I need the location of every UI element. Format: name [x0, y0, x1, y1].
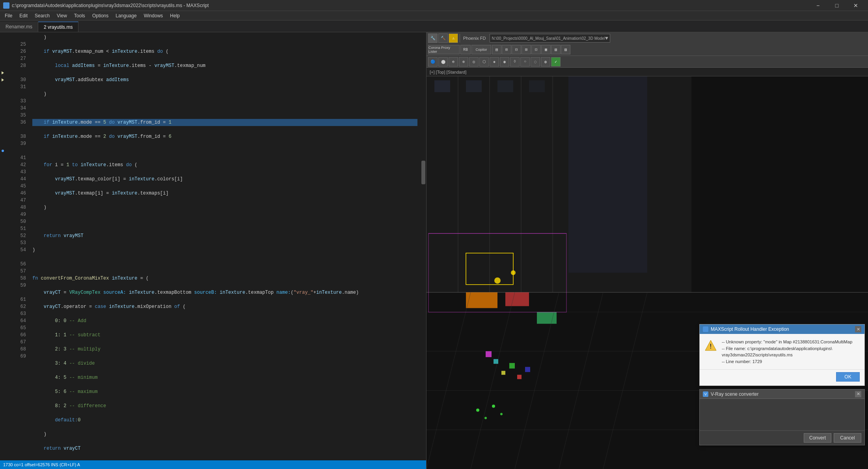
code-line-7: if inTexture.mode == 2 do vrayMST.from_i… — [32, 133, 417, 140]
menu-file[interactable]: File — [2, 11, 15, 20]
toolbar-btn-1[interactable]: 🔧 — [428, 33, 438, 43]
tab-vrayutils[interactable]: 2 vrayutils.ms — [38, 22, 78, 32]
tb-mat4[interactable]: ⊗ — [459, 57, 468, 67]
toolbar-btn-2[interactable]: 🔨 — [438, 33, 448, 43]
ln-45: 45 — [13, 183, 26, 190]
code-scrollbar[interactable] — [421, 32, 426, 460]
converter-body — [700, 399, 864, 430]
menu-language[interactable]: Language — [112, 11, 140, 20]
bp-empty-35 — [6, 275, 13, 282]
tb-icon5[interactable]: ⊡ — [531, 45, 541, 54]
code-content: 25 26 27 28 30 31 33 34 35 36 38 39 41 4… — [0, 32, 426, 460]
tab-renamer[interactable]: Renamer.ms — [0, 22, 38, 32]
menu-windows[interactable]: Windows — [141, 11, 166, 20]
svg-point-37 — [500, 413, 503, 415]
dropdown-icon[interactable]: ▼ — [605, 35, 608, 41]
code-line-13: ) — [32, 247, 417, 254]
tb-mat6[interactable]: ⬡ — [479, 57, 489, 67]
ln-34: 34 — [13, 105, 26, 112]
menu-search[interactable]: Search — [32, 11, 53, 20]
gi-44 — [0, 339, 6, 346]
code-text-area[interactable]: ) if vrayMST.texmap_num < inTexture.item… — [29, 32, 421, 460]
bp-empty-9 — [6, 91, 13, 98]
tb-mat3[interactable]: ⊕ — [449, 57, 458, 67]
code-line-25: ) — [32, 431, 417, 438]
tb-mat8[interactable]: ◉ — [500, 57, 509, 67]
scrollbar-thumb[interactable] — [421, 161, 425, 184]
gi-14 — [0, 126, 6, 133]
menu-options[interactable]: Options — [89, 11, 112, 20]
tb-mat2[interactable]: ⬤ — [438, 57, 448, 67]
code-line-8: for i = 1 to inTexture.items do ( — [32, 161, 417, 169]
svg-rect-1 — [427, 76, 691, 292]
ln-28: 28 — [13, 62, 26, 69]
ln-60 — [13, 289, 26, 296]
minimize-button[interactable]: − — [809, 0, 827, 11]
bp-empty-41 — [6, 317, 13, 324]
error-ok-button[interactable]: OK — [836, 372, 860, 382]
tb-mat11[interactable]: ◌ — [531, 57, 540, 67]
tb-icon2[interactable]: ⊞ — [502, 45, 511, 54]
converter-title: V-Ray scene converter — [711, 391, 758, 397]
bp-empty-2 — [6, 41, 13, 48]
bp-empty-31 — [6, 247, 13, 254]
ln-46: 46 — [13, 190, 26, 197]
gi-31 — [0, 247, 6, 254]
main-area: 25 26 27 28 30 31 33 34 35 36 38 39 41 4… — [0, 32, 868, 469]
bp-empty-43 — [6, 332, 13, 339]
tb-icon7[interactable]: ▧ — [551, 45, 561, 54]
convert-button[interactable]: Convert — [804, 433, 831, 443]
tb-mat9[interactable]: ◊ — [510, 57, 520, 67]
tb-mat10[interactable]: ○ — [520, 57, 530, 67]
ln-26: 26 — [13, 48, 26, 55]
bp-empty-18 — [6, 154, 13, 161]
bp-empty-19 — [6, 161, 13, 169]
code-line-blank1 — [32, 105, 417, 112]
error-line-3: vray3dsmax2022\scripts\vrayutils.ms — [722, 352, 852, 358]
menu-edit[interactable]: Edit — [16, 11, 31, 20]
bp-empty-45 — [6, 346, 13, 353]
gi-29 — [0, 232, 6, 239]
maxscript-error-dialog[interactable]: MAXScript Rollout Handler Exception ✕ ! … — [699, 324, 865, 386]
bp-empty-21 — [6, 176, 13, 183]
tb-icon1[interactable]: ▤ — [492, 45, 501, 54]
toolbar-warning[interactable]: ⚠ — [449, 33, 458, 43]
dialog-overlay: MAXScript Rollout Handler Exception ✕ ! … — [699, 324, 865, 445]
tb-mat5[interactable]: ◎ — [469, 57, 479, 67]
menu-tools[interactable]: Tools — [71, 11, 88, 20]
tb-mat1[interactable]: 🔵 — [428, 57, 438, 67]
tb-rb[interactable]: RB — [460, 45, 471, 54]
ln-69: 69 — [13, 353, 26, 360]
code-editor[interactable]: 25 26 27 28 30 31 33 34 35 36 38 39 41 4… — [0, 32, 427, 469]
ln-47: 47 — [13, 197, 26, 204]
bp-empty-40 — [6, 310, 13, 317]
converter-close-btn[interactable]: ✕ — [855, 391, 861, 397]
bp-empty-23 — [6, 190, 13, 197]
menu-bar: File Edit Search View Tools Options Lang… — [0, 11, 868, 20]
tb-icon4[interactable]: ⊠ — [522, 45, 531, 54]
vray-converter-dialog[interactable]: V V-Ray scene converter ✕ Convert Cancel — [699, 389, 865, 445]
tb-copitor[interactable]: Copitor — [471, 45, 491, 54]
tb-icon6[interactable]: ▦ — [541, 45, 551, 54]
bp-empty-34 — [6, 268, 13, 275]
tb-icon3[interactable]: ⊟ — [512, 45, 521, 54]
maximize-button[interactable]: □ — [828, 0, 846, 11]
app-icon — [3, 2, 9, 9]
window-controls: − □ ✕ — [809, 0, 865, 11]
tb-icon8[interactable]: ▨ — [561, 45, 570, 54]
cancel-button[interactable]: Cancel — [834, 433, 861, 443]
svg-rect-30 — [525, 367, 530, 372]
bp-empty-13 — [6, 119, 13, 126]
tb-mat12[interactable]: ◍ — [541, 57, 550, 67]
tb-mat7[interactable]: ◈ — [490, 57, 499, 67]
gi-13 — [0, 119, 6, 126]
tb-coronalister[interactable]: Corona Proxy Lister — [428, 45, 460, 54]
menu-help[interactable]: Help — [167, 11, 183, 20]
ln-68: 68 — [13, 346, 26, 353]
menu-view[interactable]: View — [54, 11, 70, 20]
close-button[interactable]: ✕ — [847, 0, 865, 11]
tb-mat13[interactable]: ✓ — [551, 57, 561, 67]
error-dialog-titlebar: MAXScript Rollout Handler Exception ✕ — [700, 324, 864, 334]
gi-39 — [0, 303, 6, 310]
error-dialog-close[interactable]: ✕ — [855, 326, 861, 332]
